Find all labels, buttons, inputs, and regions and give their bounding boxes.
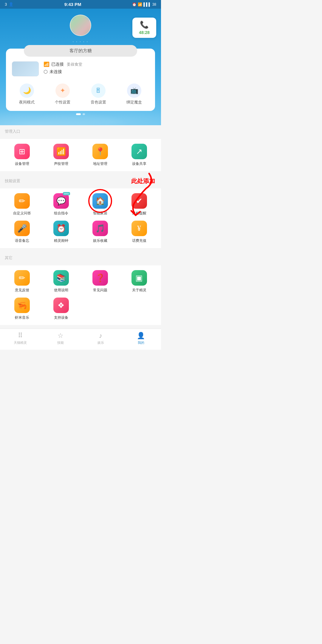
dot-1 xyxy=(76,113,81,115)
night-mode-label: 夜间模式 xyxy=(19,100,35,105)
voice-memo-item[interactable]: 🎤 语音备忘 xyxy=(2,221,41,243)
wifi-row: 📶 已连接 姜叔食堂 xyxy=(44,61,149,67)
skills-grid: ✏ 自定义问答 💬 beta 组合指令 🏠 智能家居 ✔ 日程提醒 xyxy=(0,188,161,248)
quick-action-night[interactable]: 🌙 夜间模式 xyxy=(19,83,35,105)
custom-qa-item[interactable]: ✏ 自定义问答 xyxy=(2,193,41,216)
address-label: 地址管理 xyxy=(93,161,107,166)
section-skills: 技能设置 此处添加 xyxy=(0,175,161,188)
avatar xyxy=(70,15,91,36)
smart-home-wrapper: 🏠 xyxy=(92,193,108,209)
bind-label: 绑定魔盒 xyxy=(126,100,142,105)
address-icon: 📍 xyxy=(92,144,108,159)
device-connections: 📶 已连接 姜叔食堂 ⬡ 未连接 xyxy=(44,61,149,76)
beta-badge: beta xyxy=(63,192,70,195)
smart-home-item[interactable]: 🏠 智能家居 xyxy=(80,193,120,216)
status-bar: 3 👤 9:43 PM ⏰ 📶 ▌▌▌ 38 xyxy=(0,0,161,9)
xiami-label: 虾米音乐 xyxy=(15,315,29,320)
user-icon: 👤 xyxy=(9,2,13,7)
faq-item[interactable]: ❓ 常见问题 xyxy=(80,270,120,293)
custom-qa-label: 自定义问答 xyxy=(13,211,31,216)
bluetooth-status: 未连接 xyxy=(49,69,62,75)
device-management-icon: ⊞ xyxy=(14,144,30,159)
page-dots xyxy=(5,111,156,116)
bottom-spacer xyxy=(0,325,161,329)
smart-home-label: 智能家居 xyxy=(93,211,107,216)
section-title-management: 管理入口 xyxy=(5,129,156,134)
alarm-item[interactable]: ⏰ 精灵闹钟 xyxy=(41,221,80,243)
skills-label: 技能 xyxy=(57,340,64,345)
skills-section-wrapper: ✏ 自定义问答 💬 beta 组合指令 🏠 智能家居 ✔ 日程提醒 xyxy=(0,188,161,248)
alarm-icon: ⏰ xyxy=(132,2,137,7)
alarm-icon: ⏰ xyxy=(53,221,69,236)
combo-cmd-item[interactable]: 💬 beta 组合指令 xyxy=(41,193,80,216)
entertainment-label: 娱乐收藏 xyxy=(93,238,107,243)
nav-mine[interactable]: 👤 我的 xyxy=(132,332,150,345)
status-left: 3 👤 xyxy=(5,2,13,7)
faq-icon: ❓ xyxy=(92,270,108,286)
device-info: 📶 已连接 姜叔食堂 ⬡ 未连接 xyxy=(6,60,155,80)
quick-action-personal[interactable]: ✦ 个性设置 xyxy=(55,83,70,105)
nav-tmall[interactable]: ⠿ 天猫精灵 xyxy=(11,332,29,345)
alarm-label: 精灵闹钟 xyxy=(54,238,68,243)
schedule-item[interactable]: ✔ 日程提醒 xyxy=(120,193,159,216)
schedule-icon: ✔ xyxy=(131,193,147,209)
entertainment-item[interactable]: 🎵 娱乐收藏 xyxy=(80,221,120,243)
wifi-network: 姜叔食堂 xyxy=(67,62,82,67)
dot-2 xyxy=(83,113,85,115)
divider-2 xyxy=(0,248,161,252)
address-management-item[interactable]: 📍 地址管理 xyxy=(80,144,120,166)
night-mode-icon: 🌙 xyxy=(20,83,34,98)
device-share-label: 设备共享 xyxy=(132,161,146,166)
voice-memo-label: 语音备忘 xyxy=(15,238,29,243)
support-label: 支持设备 xyxy=(54,315,68,320)
manual-label: 使用说明 xyxy=(54,288,68,293)
entertainment-icon: 🎵 xyxy=(92,221,108,236)
user-name: · · · · · xyxy=(5,39,156,44)
manual-icon: 📚 xyxy=(53,270,69,286)
voice-memo-icon: 🎤 xyxy=(14,221,30,236)
about-item[interactable]: ▣ 关于精灵 xyxy=(120,270,159,293)
annotation-text: 此处添加 xyxy=(131,177,155,185)
custom-qa-icon: ✏ xyxy=(14,193,30,209)
tmall-label: 天猫精灵 xyxy=(14,340,27,345)
recharge-label: 话费充值 xyxy=(132,238,146,243)
device-card: 客厅的方糖 📶 已连接 姜叔食堂 ⬡ 未连接 🌙 夜间模式 xyxy=(6,49,155,111)
section-management: 管理入口 xyxy=(0,125,161,139)
xiami-item[interactable]: 🦐 虾米音乐 xyxy=(2,298,41,320)
call-icon: 📞 xyxy=(137,21,152,29)
bottom-nav: ⠿ 天猫精灵 ☆ 技能 ♪ 娱乐 👤 我的 xyxy=(0,329,161,350)
wifi-icon: 📶 xyxy=(138,2,142,7)
status-right: ⏰ 📶 ▌▌▌ 38 xyxy=(132,2,156,7)
recharge-item[interactable]: ¥ 话费充值 xyxy=(120,221,159,243)
divider-1 xyxy=(0,171,161,175)
section-others: 其它 xyxy=(0,252,161,265)
feedback-label: 意见反馈 xyxy=(15,288,29,293)
personal-label: 个性设置 xyxy=(55,100,70,105)
hero-section: 📞 48:28 · · · · · 客厅的方糖 📶 已连接 姜叔食堂 ⬡ 未连接 xyxy=(0,9,161,125)
quick-action-audio[interactable]: 🎚 音色设置 xyxy=(91,83,106,105)
others-grid: ✏ 意见反馈 📚 使用说明 ❓ 常见问题 ▣ 关于精灵 🦐 虾米音乐 ❖ 支持设… xyxy=(0,265,161,325)
feedback-item[interactable]: ✏ 意见反馈 xyxy=(2,270,41,293)
support-item[interactable]: ❖ 支持设备 xyxy=(41,298,80,320)
bluetooth-icon: ⬡ xyxy=(44,69,48,75)
manual-item[interactable]: 📚 使用说明 xyxy=(41,270,80,293)
skills-icon: ☆ xyxy=(58,332,64,340)
call-badge[interactable]: 📞 48:28 xyxy=(132,18,156,38)
mine-label: 我的 xyxy=(138,340,144,345)
entertainment-nav-icon: ♪ xyxy=(99,332,102,340)
device-management-item[interactable]: ⊞ 设备管理 xyxy=(2,144,41,166)
device-card-title: 客厅的方糖 xyxy=(24,45,137,57)
device-management-label: 设备管理 xyxy=(15,161,29,166)
support-icon: ❖ xyxy=(53,298,69,313)
nav-entertainment[interactable]: ♪ 娱乐 xyxy=(92,332,110,345)
audio-label: 音色设置 xyxy=(91,100,106,105)
faq-label: 常见问题 xyxy=(93,288,107,293)
quick-action-bind[interactable]: 📺 绑定魔盒 xyxy=(126,83,142,105)
nav-skills[interactable]: ☆ 技能 xyxy=(52,332,69,345)
battery-icon: 38 xyxy=(152,2,156,7)
device-share-item[interactable]: ↗ 设备共享 xyxy=(120,144,159,166)
tmall-icon: ⠿ xyxy=(18,332,23,340)
voiceprint-label: 声纹管理 xyxy=(54,161,68,166)
voiceprint-management-item[interactable]: 📶 声纹管理 xyxy=(41,144,80,166)
bluetooth-row: ⬡ 未连接 xyxy=(44,69,149,75)
